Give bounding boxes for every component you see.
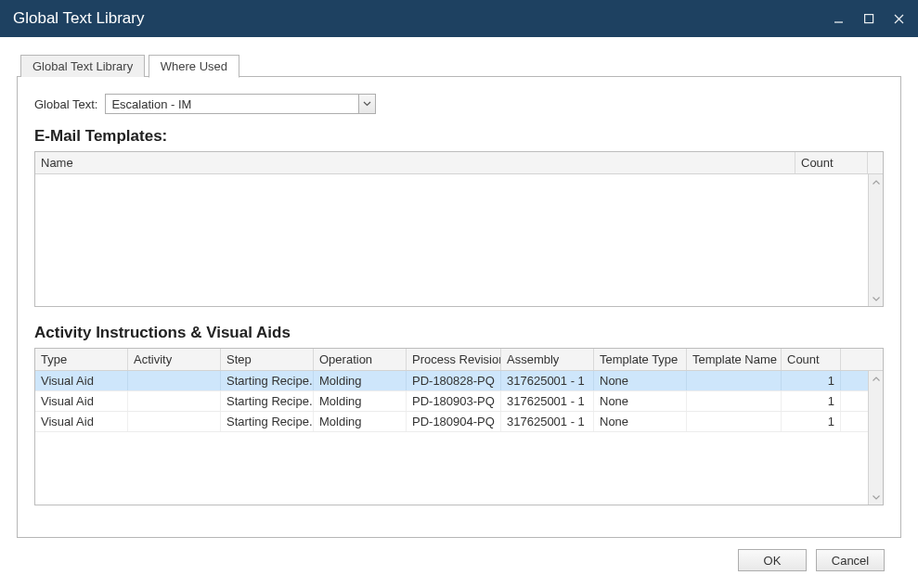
tab-global-text-library[interactable]: Global Text Library (20, 55, 145, 77)
col-activity-spacer (841, 349, 856, 370)
col-template-type[interactable]: Template Type (594, 349, 687, 370)
activity-grid-body: Visual AidStarting Recipe...MoldingPD-18… (35, 371, 883, 506)
activity-grid-scrollbar[interactable] (868, 371, 883, 505)
col-count[interactable]: Count (795, 152, 868, 173)
cell-process-revision: PD-180828-PQ (407, 371, 501, 390)
cell-type: Visual Aid (35, 371, 128, 390)
cell-operation: Molding (314, 412, 407, 431)
cell-count: 1 (782, 391, 841, 411)
col-activity-count[interactable]: Count (782, 349, 841, 370)
scroll-down-icon[interactable] (869, 291, 883, 306)
col-step[interactable]: Step (221, 349, 314, 370)
cell-step: Starting Recipe... (221, 412, 314, 431)
scroll-up-icon[interactable] (869, 174, 883, 189)
cell-template-name (687, 412, 782, 431)
cell-step: Starting Recipe... (221, 391, 314, 411)
close-button[interactable] (892, 12, 905, 25)
dialog-footer: OK Cancel (17, 538, 901, 571)
ok-button[interactable]: OK (738, 549, 807, 571)
col-spacer (868, 152, 883, 173)
cell-activity (128, 412, 221, 431)
svg-rect-1 (864, 14, 873, 22)
cell-process-revision: PD-180903-PQ (407, 391, 501, 411)
cell-type: Visual Aid (35, 412, 128, 431)
cell-step: Starting Recipe... (221, 371, 314, 390)
global-text-value: Escalation - IM (111, 97, 369, 111)
maximize-button[interactable] (862, 12, 875, 25)
col-activity[interactable]: Activity (128, 349, 221, 370)
cell-template-name (687, 391, 782, 411)
window-controls (833, 12, 905, 25)
chevron-down-icon[interactable] (358, 95, 375, 113)
cell-assembly: 317625001 - 1 (501, 391, 594, 411)
cell-spacer (841, 412, 856, 431)
col-operation[interactable]: Operation (314, 349, 407, 370)
cell-template-type: None (594, 371, 687, 390)
email-grid-scrollbar[interactable] (868, 174, 883, 306)
col-name[interactable]: Name (35, 152, 795, 173)
global-text-field: Global Text: Escalation - IM (34, 94, 884, 114)
tab-where-used[interactable]: Where Used (149, 55, 239, 78)
cell-activity (128, 391, 221, 411)
cell-activity (128, 371, 221, 390)
table-row[interactable]: Visual AidStarting Recipe...MoldingPD-18… (35, 412, 883, 432)
cell-spacer (841, 391, 856, 411)
cell-template-type: None (594, 391, 687, 411)
email-templates-heading: E-Mail Templates: (34, 127, 884, 146)
col-type[interactable]: Type (35, 349, 128, 370)
scroll-down-icon[interactable] (869, 490, 883, 505)
window-title: Global Text Library (13, 9, 144, 28)
client-area: Global Text Library Where Used Global Te… (0, 37, 918, 579)
title-bar: Global Text Library (0, 0, 918, 37)
table-row[interactable]: Visual AidStarting Recipe...MoldingPD-18… (35, 391, 883, 412)
scroll-up-icon[interactable] (869, 371, 883, 386)
cell-process-revision: PD-180904-PQ (407, 412, 501, 431)
cell-operation: Molding (314, 391, 407, 411)
cell-count: 1 (782, 412, 841, 431)
global-text-dropdown[interactable]: Escalation - IM (105, 94, 376, 114)
col-assembly[interactable]: Assembly (501, 349, 594, 370)
col-template-name[interactable]: Template Name (687, 349, 782, 370)
activity-grid[interactable]: Type Activity Step Operation Process Rev… (34, 348, 884, 505)
email-templates-grid[interactable]: Name Count (34, 151, 884, 307)
global-text-label: Global Text: (34, 97, 97, 111)
cell-assembly: 317625001 - 1 (501, 371, 594, 390)
minimize-button[interactable] (833, 12, 846, 25)
cell-template-name (687, 371, 782, 390)
cell-operation: Molding (314, 371, 407, 390)
tab-content-where-used: Global Text: Escalation - IM E-Mail Temp… (17, 76, 901, 538)
email-grid-header: Name Count (35, 152, 883, 174)
activity-heading: Activity Instructions & Visual Aids (34, 324, 884, 342)
cancel-button[interactable]: Cancel (816, 549, 885, 571)
cell-template-type: None (594, 412, 687, 431)
cell-count: 1 (782, 371, 841, 390)
cell-type: Visual Aid (35, 391, 128, 411)
activity-grid-header: Type Activity Step Operation Process Rev… (35, 349, 883, 371)
table-row[interactable]: Visual AidStarting Recipe...MoldingPD-18… (35, 371, 883, 391)
tab-strip: Global Text Library Where Used (17, 54, 901, 76)
col-process-revision[interactable]: Process Revision (407, 349, 501, 370)
cell-assembly: 317625001 - 1 (501, 412, 594, 431)
email-grid-body (35, 174, 883, 308)
cell-spacer (841, 371, 856, 390)
